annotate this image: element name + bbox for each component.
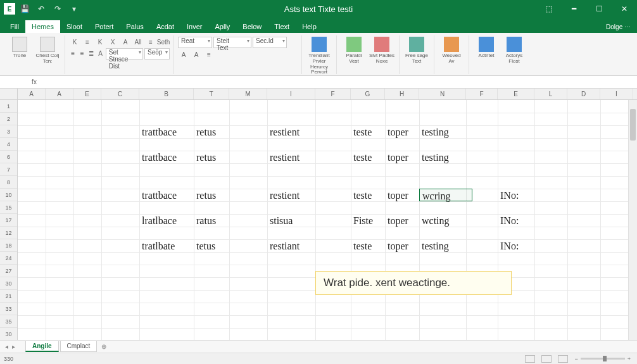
actorys-button[interactable]: ActorysFlost: [501, 37, 527, 65]
indent-decrease-icon[interactable]: ≡: [69, 48, 77, 58]
align-icon[interactable]: ≣: [87, 48, 95, 58]
col-header[interactable]: C: [101, 89, 139, 99]
cell[interactable]: wcting: [419, 214, 472, 227]
trone-button[interactable]: Trone: [6, 37, 33, 65]
cell[interactable]: trattbace: [139, 151, 200, 163]
font-tool[interactable]: ≡: [82, 37, 93, 47]
maximize-icon[interactable]: ☐: [586, 0, 612, 18]
style1-select[interactable]: Steit Text: [213, 37, 251, 48]
trendiant-button[interactable]: Trendiant PrvlerHerurcy Pervort: [306, 37, 332, 75]
row-header[interactable]: 8: [0, 176, 17, 189]
col-header[interactable]: E: [73, 89, 101, 99]
row-header[interactable]: 12: [0, 227, 17, 239]
qat-dropdown-icon[interactable]: ▾: [67, 2, 81, 16]
tab-hemes[interactable]: Hemes: [25, 20, 60, 33]
tab-tlext[interactable]: Tlext: [268, 20, 296, 33]
minimize-icon[interactable]: ━: [561, 0, 586, 18]
row-header[interactable]: 10: [0, 189, 17, 201]
tab-potert[interactable]: Potert: [89, 20, 120, 33]
redo-icon[interactable]: ↷: [51, 2, 65, 16]
seop-select[interactable]: Seöp: [144, 48, 170, 60]
indent-a[interactable]: A: [96, 48, 104, 58]
chest-button[interactable]: Chest Colj Tcn:: [34, 37, 61, 65]
col-header[interactable]: E: [498, 89, 534, 99]
sheet-tab-cmplact[interactable]: Cmplact: [60, 341, 98, 352]
select-all-corner[interactable]: [0, 89, 18, 99]
sheet-tab-angile[interactable]: Angile: [25, 341, 59, 352]
tab-aplly[interactable]: Aplly: [208, 20, 236, 33]
tab-below[interactable]: Below: [236, 20, 268, 33]
cell[interactable]: retus: [194, 151, 236, 163]
style-list-icon[interactable]: ≡: [203, 49, 215, 60]
col-header[interactable]: T: [194, 89, 229, 99]
tab-inver[interactable]: Inver: [180, 20, 208, 33]
tab-sloot[interactable]: Sloot: [60, 20, 89, 33]
cell[interactable]: testing: [419, 151, 472, 163]
col-header[interactable]: L: [534, 89, 567, 99]
col-header[interactable]: I: [600, 89, 633, 99]
actntet-button[interactable]: Actntet: [473, 37, 500, 65]
cell[interactable]: INo:: [498, 189, 541, 201]
cell[interactable]: testing: [419, 125, 472, 138]
vertical-scrollbar[interactable]: [628, 100, 637, 340]
cell[interactable]: lratlbace: [139, 214, 200, 227]
share-button[interactable]: Dolge ⋯: [600, 21, 637, 33]
row-header[interactable]: 27: [0, 265, 17, 277]
font-tool[interactable]: ≡: [145, 37, 156, 47]
row-header[interactable]: 6: [0, 151, 17, 163]
ribbon-options-icon[interactable]: ⬚: [536, 0, 561, 18]
font-tool[interactable]: K: [69, 37, 80, 47]
cell[interactable]: retus: [194, 125, 236, 138]
cell[interactable]: restient: [267, 125, 322, 138]
cell[interactable]: stisua: [267, 214, 322, 227]
row-header[interactable]: 33: [0, 303, 17, 315]
cell[interactable]: trattbace: [139, 125, 200, 138]
row-header[interactable]: 3: [0, 125, 17, 138]
close-icon[interactable]: ✕: [612, 0, 637, 18]
row-header[interactable]: 4: [0, 138, 17, 151]
font-tool[interactable]: X: [107, 37, 118, 47]
cell[interactable]: retus: [194, 189, 236, 201]
row-header[interactable]: 35: [0, 315, 17, 328]
paraldi-button[interactable]: ParaldiVest: [341, 37, 367, 65]
file-tab[interactable]: Fill: [4, 20, 25, 33]
tab-acdat[interactable]: Acdat: [150, 20, 180, 33]
row-header[interactable]: 15: [0, 201, 17, 214]
col-header[interactable]: D: [567, 89, 600, 99]
zoom-control[interactable]: − +: [574, 356, 631, 362]
col-header[interactable]: F: [466, 89, 498, 99]
row-header[interactable]: 24: [0, 252, 17, 265]
row-header[interactable]: 30: [0, 277, 17, 290]
font-tool[interactable]: All: [132, 37, 144, 47]
col-header[interactable]: I: [267, 89, 315, 99]
stnsce-select[interactable]: Set Stnsce Dist: [106, 48, 143, 60]
fx-icon[interactable]: fx: [28, 78, 41, 85]
sheet-next-icon[interactable]: ▸: [12, 343, 15, 350]
style-b-icon[interactable]: A: [191, 49, 202, 60]
row-header[interactable]: 17: [0, 214, 17, 227]
row-header[interactable]: 1: [0, 100, 17, 113]
col-header[interactable]: H: [385, 89, 419, 99]
cell[interactable]: tetus: [194, 239, 236, 252]
cell[interactable]: restient: [267, 189, 322, 201]
cell[interactable]: tratlbate: [139, 239, 200, 252]
cell[interactable]: INo:: [498, 214, 541, 227]
cell[interactable]: trattbace: [139, 189, 200, 201]
style2-select[interactable]: Sec.ld: [253, 37, 287, 48]
view-layout-icon[interactable]: [541, 355, 552, 363]
zoom-in-icon[interactable]: +: [628, 356, 631, 362]
add-sheet-icon[interactable]: ⊕: [98, 343, 110, 350]
cell[interactable]: testing: [419, 239, 472, 252]
sivt-button[interactable]: Sivt PadlesNoxe: [369, 37, 395, 65]
col-header[interactable]: B: [139, 89, 194, 99]
col-header[interactable]: A: [46, 89, 73, 99]
row-header[interactable]: 18: [0, 239, 17, 252]
cell[interactable]: restiant: [267, 239, 322, 252]
col-header[interactable]: F: [315, 89, 351, 99]
comment-note[interactable]: Wrat pide. xent weactinge.: [315, 271, 512, 295]
cell[interactable]: ratus: [194, 214, 236, 227]
row-header[interactable]: 30: [0, 328, 17, 341]
row-header[interactable]: 7: [0, 163, 17, 176]
col-header[interactable]: G: [351, 89, 385, 99]
view-normal-icon[interactable]: [525, 355, 535, 363]
